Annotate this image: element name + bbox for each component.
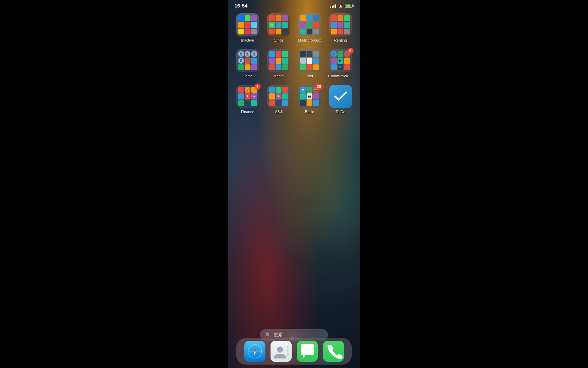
app-finance-label: Finance	[241, 110, 254, 114]
app-sj[interactable]: 🎨 S&J	[265, 85, 292, 114]
svg-rect-0	[329, 85, 352, 108]
dock-phone[interactable]	[323, 341, 344, 362]
wifi-icon: ▲	[338, 3, 343, 9]
dock-safari[interactable]	[244, 341, 265, 362]
app-renting-label: Renting	[334, 38, 347, 42]
app-office-label: Office	[274, 38, 283, 42]
app-communication[interactable]: 6 👤 👤 ▶ 🐦	[327, 49, 354, 78]
communication-badge: 6	[347, 48, 354, 54]
dock	[236, 338, 352, 365]
basic-badge: 20	[315, 83, 322, 90]
app-basic[interactable]: 20 🗺 📷 📷	[296, 85, 323, 114]
status-bar: 16:54 ▲ ⚡	[228, 0, 360, 10]
search-icon: 🔍	[265, 332, 271, 338]
app-todo[interactable]: To Do	[327, 85, 354, 114]
finance-badge: 3	[255, 83, 261, 90]
signal-icon	[330, 4, 336, 8]
app-mail-dropbox[interactable]: Mail&dropbox	[296, 13, 323, 42]
app-todo-label: To Do	[336, 110, 345, 114]
app-game[interactable]: 👤 👤 👤 👤 🎮 Game	[234, 49, 261, 78]
app-sj-label: S&J	[275, 110, 282, 114]
app-mail-dropbox-label: Mail&dropbox	[298, 38, 321, 42]
app-finance[interactable]: 3 💰 📍 ★ ☁	[234, 85, 261, 114]
app-media-label: Media	[274, 74, 284, 78]
phone-screen: 16:54 ▲ ⚡	[228, 0, 360, 368]
svg-rect-20	[287, 349, 289, 352]
search-label: 搜索	[273, 332, 283, 338]
battery-icon: ⚡	[345, 4, 354, 8]
status-time: 16:54	[234, 3, 247, 9]
app-tool[interactable]: Tool	[296, 49, 323, 78]
app-inactive-label: Inactive	[241, 38, 254, 42]
dock-contacts[interactable]	[271, 341, 292, 362]
app-office[interactable]: CS Office	[265, 13, 292, 42]
dock-messages[interactable]	[297, 341, 318, 362]
svg-point-18	[277, 347, 283, 353]
status-icons: ▲ ⚡	[330, 3, 354, 9]
svg-rect-21	[287, 353, 289, 355]
app-inactive[interactable]: Inactive	[234, 13, 261, 42]
app-tool-label: Tool	[306, 74, 313, 78]
app-renting[interactable]: Renting	[327, 13, 354, 42]
app-game-label: Game	[243, 74, 253, 78]
home-content: Inactive CS	[228, 10, 360, 114]
app-basic-label: Basic	[305, 110, 314, 114]
svg-rect-19	[287, 346, 289, 348]
app-media[interactable]: Media	[265, 49, 292, 78]
apps-grid: Inactive CS	[231, 13, 357, 114]
app-communication-label: Communication	[328, 74, 353, 78]
